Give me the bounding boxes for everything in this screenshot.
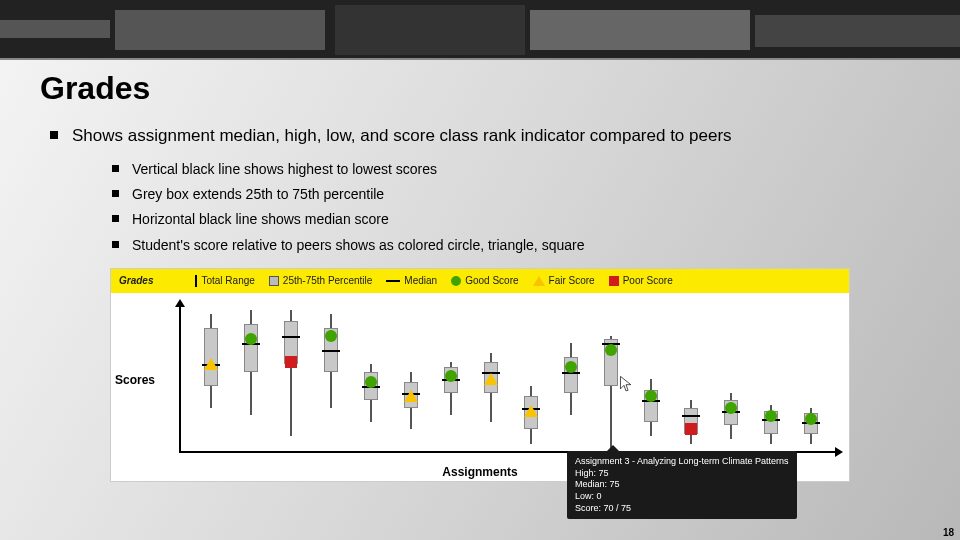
box-item[interactable] — [484, 307, 498, 451]
fair-marker[interactable] — [404, 390, 418, 402]
good-marker[interactable] — [645, 390, 657, 402]
box-item[interactable] — [524, 307, 538, 451]
sub-bullet: Vertical black line shows highest to low… — [112, 157, 920, 182]
good-marker[interactable] — [605, 344, 617, 356]
slide-content: Grades Shows assignment median, high, lo… — [0, 60, 960, 482]
chart-header-text: Grades — [119, 275, 153, 286]
arrow-right-icon — [835, 447, 843, 457]
box-item[interactable] — [284, 307, 298, 451]
legend-fair: Fair Score — [533, 275, 595, 286]
plot-region: Assignment 3 - Analyzing Long-term Clima… — [191, 307, 829, 451]
good-marker[interactable] — [445, 370, 457, 382]
poor-marker[interactable] — [285, 356, 297, 368]
chart-plot-area: Scores Assignments Assignment 3 - Analyz… — [111, 293, 849, 481]
main-bullet-text: Shows assignment median, high, low, and … — [72, 126, 732, 145]
fair-marker[interactable] — [484, 373, 498, 385]
tooltip-score: Score: 70 / 75 — [575, 503, 789, 515]
sub-bullet: Grey box extends 25th to 75th percentile — [112, 182, 920, 207]
good-marker[interactable] — [565, 361, 577, 373]
good-marker[interactable] — [245, 333, 257, 345]
box-item[interactable] — [364, 307, 378, 451]
legend-good: Good Score — [451, 275, 518, 286]
box-item[interactable] — [564, 307, 578, 451]
tooltip-median: Median: 75 — [575, 479, 789, 491]
box-item[interactable] — [764, 307, 778, 451]
box-item[interactable] — [404, 307, 418, 451]
fair-marker[interactable] — [204, 358, 218, 370]
square-icon — [609, 276, 619, 286]
box-item[interactable] — [444, 307, 458, 451]
sub-bullet: Horizontal black line shows median score — [112, 207, 920, 232]
tooltip-title: Assignment 3 - Analyzing Long-term Clima… — [575, 456, 789, 468]
main-bullet: Shows assignment median, high, low, and … — [50, 125, 920, 258]
cursor-icon — [619, 375, 633, 393]
x-axis-label: Assignments — [442, 465, 517, 479]
y-axis-line — [179, 305, 181, 453]
range-icon — [195, 275, 197, 287]
legend-poor: Poor Score — [609, 275, 673, 286]
legend-total-range: Total Range — [195, 275, 254, 287]
box-item[interactable] — [324, 307, 338, 451]
box-item[interactable] — [244, 307, 258, 451]
header-image-band — [0, 0, 960, 60]
good-marker[interactable] — [325, 330, 337, 342]
box-item[interactable] — [684, 307, 698, 451]
fair-marker[interactable] — [524, 405, 538, 417]
box-item[interactable] — [724, 307, 738, 451]
sub-bullet: Student's score relative to peers shows … — [112, 233, 920, 258]
page-number: 18 — [943, 527, 954, 538]
sub-bullet-list: Vertical black line shows highest to low… — [72, 157, 920, 258]
box-item[interactable] — [644, 307, 658, 451]
good-marker[interactable] — [725, 402, 737, 414]
tooltip-high: High: 75 — [575, 468, 789, 480]
chart-legend-bar: Grades Total Range 25th-75th Percentile … — [111, 269, 849, 293]
box-item[interactable] — [804, 307, 818, 451]
box-item[interactable] — [204, 307, 218, 451]
triangle-icon — [533, 276, 545, 286]
good-marker[interactable] — [805, 413, 817, 425]
main-bullet-list: Shows assignment median, high, low, and … — [40, 125, 920, 258]
circle-icon — [451, 276, 461, 286]
legend-median: Median — [386, 275, 437, 286]
chart-tooltip: Assignment 3 - Analyzing Long-term Clima… — [567, 451, 797, 519]
tooltip-low: Low: 0 — [575, 491, 789, 503]
grades-chart: Grades Total Range 25th-75th Percentile … — [110, 268, 850, 482]
poor-marker[interactable] — [685, 423, 697, 435]
box-item[interactable] — [604, 307, 618, 451]
slide-title: Grades — [40, 70, 920, 107]
legend-percentile: 25th-75th Percentile — [269, 275, 373, 286]
good-marker[interactable] — [765, 410, 777, 422]
y-axis-label: Scores — [115, 373, 155, 387]
line-icon — [386, 280, 400, 282]
good-marker[interactable] — [365, 376, 377, 388]
box-icon — [269, 276, 279, 286]
arrow-up-icon — [175, 299, 185, 307]
